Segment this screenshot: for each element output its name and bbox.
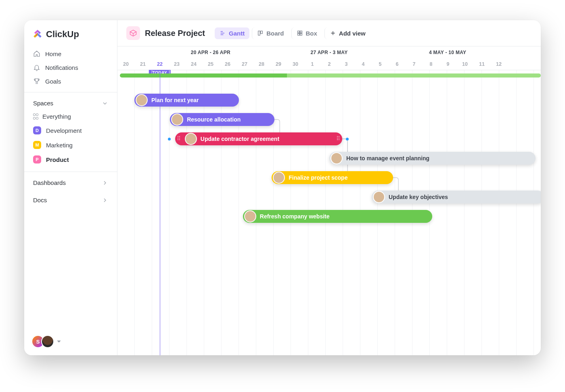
day-cell: 25 — [202, 59, 219, 70]
tab-board[interactable]: Board — [252, 27, 289, 39]
svg-rect-2 — [297, 31, 299, 33]
svg-rect-3 — [300, 31, 302, 33]
board-icon — [257, 30, 264, 36]
nav-goals[interactable]: Goals — [27, 74, 115, 88]
dashboards-row[interactable]: Dashboards — [24, 177, 117, 189]
sidebar-footer[interactable]: S — [24, 328, 117, 355]
drag-handle-icon[interactable] — [337, 136, 339, 142]
space-marketing-label: Marketing — [46, 142, 73, 149]
space-badge-m: M — [33, 141, 41, 149]
docs-row[interactable]: Docs — [24, 194, 117, 207]
task-bar[interactable]: Update contractor agreement — [175, 132, 342, 145]
space-badge-p: P — [33, 155, 41, 164]
space-badge-d: D — [33, 126, 41, 134]
trophy-icon — [33, 78, 40, 85]
dashboards-label: Dashboards — [33, 179, 66, 186]
task-label: Update contractor agreement — [201, 136, 279, 142]
task-bars: Plan for next yearResource allocationUpd… — [117, 70, 541, 355]
drag-handle-icon[interactable] — [178, 136, 180, 142]
nav-home-label: Home — [45, 50, 61, 57]
day-cell: 20 — [117, 59, 134, 70]
avatar-stack: S — [31, 335, 54, 348]
brand[interactable]: ClickUp — [24, 20, 117, 45]
day-cell: 28 — [253, 59, 270, 70]
day-cell: 8 — [423, 59, 439, 70]
day-cell: 7 — [406, 59, 423, 70]
primary-nav: Home Notifications Goals — [24, 45, 117, 92]
day-cell: 6 — [389, 59, 406, 70]
nav-notifications[interactable]: Notifications — [27, 61, 115, 74]
week-label: 20 APR - 26 APR — [151, 50, 270, 55]
chevron-right-icon — [102, 180, 108, 186]
nav-goals-label: Goals — [45, 78, 61, 85]
timeline-header: 20 APR - 26 APR 27 APR - 3 MAY 4 MAY - 1… — [117, 46, 541, 70]
tab-box[interactable]: Box — [291, 27, 322, 39]
bell-icon — [33, 64, 40, 71]
space-product-label: Product — [46, 156, 69, 163]
plus-icon — [330, 30, 336, 36]
today-line — [160, 70, 160, 355]
box-icon — [126, 26, 140, 40]
project-header[interactable]: Release Project — [126, 26, 205, 40]
assignee-avatar — [136, 94, 148, 106]
nav-home[interactable]: Home — [27, 47, 115, 61]
assignee-avatar — [373, 191, 385, 203]
day-cell: 4 — [355, 59, 372, 70]
main-area: Release Project Gantt Board Box Add vie — [117, 20, 541, 355]
spaces-header[interactable]: Spaces — [24, 97, 117, 110]
svg-rect-4 — [297, 34, 299, 36]
task-bar[interactable]: Update key objectives — [372, 191, 541, 203]
task-label: Finalize project scope — [289, 174, 347, 181]
task-bar[interactable]: Plan for next year — [134, 94, 239, 107]
gantt-icon — [220, 30, 226, 36]
docs-section: Docs — [24, 194, 117, 212]
task-label: Resource allocation — [187, 116, 241, 123]
day-cell: 10 — [456, 59, 473, 70]
add-view-button[interactable]: Add view — [324, 27, 370, 39]
nav-notifications-label: Notifications — [45, 64, 78, 71]
tab-gantt[interactable]: Gantt — [215, 27, 249, 39]
assignee-avatar — [185, 133, 197, 145]
task-bar[interactable]: Refresh company website — [243, 210, 432, 223]
box-view-icon — [297, 30, 303, 36]
task-label: Update key objectives — [389, 194, 448, 200]
chevron-right-icon — [102, 197, 108, 203]
home-icon — [33, 50, 40, 57]
space-marketing[interactable]: M Marketing — [24, 138, 117, 152]
milestone-dot — [346, 138, 349, 140]
day-cell: 9 — [439, 59, 456, 70]
dashboards-section: Dashboards — [24, 172, 117, 194]
space-development[interactable]: D Development — [24, 123, 117, 138]
day-cell: 22 — [151, 59, 168, 70]
brand-name: ClickUp — [46, 29, 79, 40]
day-cell: 2 — [321, 59, 338, 70]
week-row: 20 APR - 26 APR 27 APR - 3 MAY 4 MAY - 1… — [117, 46, 541, 59]
task-bar[interactable]: How to manage event planning — [329, 152, 536, 165]
caret-down-icon — [56, 339, 61, 344]
spaces-title: Spaces — [33, 100, 53, 107]
week-label: 27 APR - 3 MAY — [270, 50, 389, 55]
assignee-avatar — [171, 113, 183, 126]
spaces-everything[interactable]: Everything — [24, 110, 117, 123]
tab-box-label: Box — [306, 30, 317, 37]
add-view-label: Add view — [339, 30, 366, 37]
day-cell: 11 — [473, 59, 490, 70]
task-bar[interactable]: Resource allocation — [170, 113, 274, 126]
day-cell: 26 — [219, 59, 236, 70]
task-bar[interactable]: Finalize project scope — [272, 171, 393, 184]
day-cell: 21 — [134, 59, 151, 70]
app-window: ClickUp Home Notifications Goals Spaces — [24, 20, 541, 355]
day-cell: 23 — [168, 59, 185, 70]
topbar: Release Project Gantt Board Box Add vie — [117, 20, 541, 46]
day-cell: 3 — [338, 59, 355, 70]
assignee-avatar — [331, 152, 343, 164]
chevron-down-icon — [102, 100, 108, 107]
gantt-chart[interactable]: Plan for next yearResource allocationUpd… — [117, 70, 541, 355]
project-title: Release Project — [145, 29, 205, 38]
space-product[interactable]: P Product — [24, 152, 117, 167]
day-cell: 24 — [185, 59, 202, 70]
day-cell: 12 — [490, 59, 507, 70]
tab-gantt-label: Gantt — [229, 30, 245, 37]
spaces-everything-label: Everything — [42, 113, 71, 120]
assignee-avatar — [244, 210, 256, 222]
